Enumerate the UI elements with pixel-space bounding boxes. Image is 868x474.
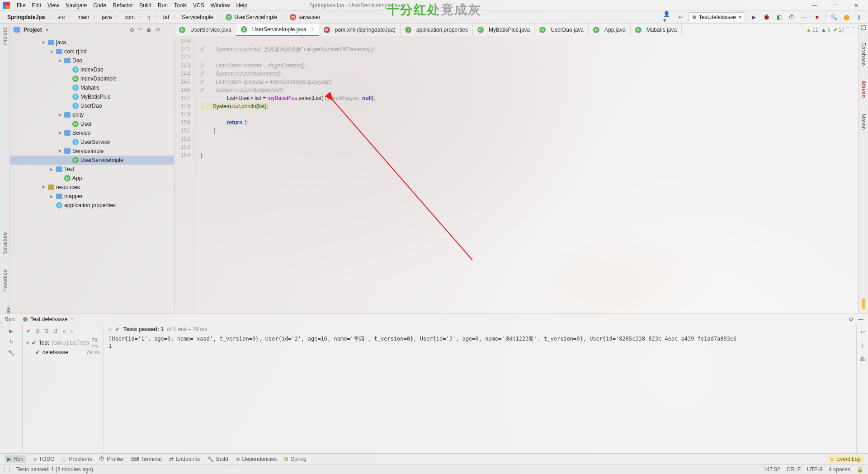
- menu-build[interactable]: Build: [136, 1, 155, 9]
- bottom-tab-run[interactable]: ▶Run: [5, 455, 26, 463]
- sort-icon[interactable]: ⇅: [44, 328, 49, 334]
- status-indicator-icon[interactable]: [5, 467, 10, 472]
- run-config-selector[interactable]: Test.deletsssse ▾: [689, 12, 745, 22]
- breadcrumb-seg[interactable]: msavauser: [287, 13, 323, 21]
- select-opened-icon[interactable]: ⊕: [130, 27, 134, 33]
- maximize-button[interactable]: □: [829, 2, 842, 9]
- bottom-tab-dependencies[interactable]: ≋Dependencies: [236, 456, 277, 462]
- menu-run[interactable]: Run: [155, 1, 171, 9]
- editor-tab[interactable]: CMyBatisPlus.java: [473, 24, 535, 36]
- hide-icon[interactable]: —: [165, 27, 170, 33]
- plugin-icon[interactable]: ⟫: [854, 13, 863, 22]
- tree-node[interactable]: Iapplication.properties: [10, 201, 174, 210]
- tree-node[interactable]: IMabatis: [10, 83, 174, 92]
- tree-node[interactable]: CApp: [10, 174, 174, 183]
- bottom-tab-todo[interactable]: ≡TODO: [33, 456, 54, 462]
- test-row-root[interactable]: ▾✔ Test (com.rj.bd.Test) 79 ms: [23, 337, 104, 349]
- show-passed-icon[interactable]: ✔: [26, 328, 31, 334]
- tree-node[interactable]: IMyBatisPlus: [10, 92, 174, 101]
- editor-tab[interactable]: Mpom.xml (SpringdateJpa): [319, 24, 401, 36]
- breadcrumb-seg[interactable]: CUserServiceImple: [223, 13, 280, 21]
- code-area[interactable]: // System.out.println("当前显示的条数"+all.getN…: [194, 36, 858, 313]
- editor-tab[interactable]: CApp.java: [589, 24, 631, 36]
- scroll-end-icon[interactable]: ⤓: [860, 342, 865, 349]
- right-tab-maven[interactable]: Maven: [859, 78, 868, 100]
- right-tab-database[interactable]: Database: [859, 40, 868, 68]
- bottom-tab-endpoints[interactable]: ⇄Endpoints: [169, 456, 200, 462]
- left-tab-project[interactable]: Project: [1, 25, 9, 47]
- menu-window[interactable]: Window: [208, 1, 233, 9]
- coverage-button[interactable]: ◧: [774, 13, 783, 22]
- tree-node[interactable]: ▾resources: [10, 183, 174, 192]
- bottom-tab-terminal[interactable]: ⌨Terminal: [131, 456, 161, 462]
- editor-tab[interactable]: CUserDao.java: [535, 24, 589, 36]
- tree-node[interactable]: IUserDao: [10, 101, 174, 110]
- breadcrumb-seg[interactable]: com: [122, 13, 137, 21]
- menu-file[interactable]: File: [14, 1, 28, 9]
- editor-tab[interactable]: CUserService.java: [175, 24, 236, 36]
- left-tab-favorites[interactable]: Favorites: [1, 267, 9, 294]
- run-tab[interactable]: Test.deletsssse ×: [19, 315, 77, 323]
- tree-node[interactable]: ▾Dao: [10, 56, 174, 65]
- toggle-auto-icon[interactable]: 🔧: [8, 350, 14, 356]
- menu-edit[interactable]: Edit: [28, 1, 44, 9]
- breadcrumb-seg[interactable]: rj: [145, 13, 153, 21]
- tree-node[interactable]: ▸mapper: [10, 192, 174, 201]
- menu-code[interactable]: Code: [90, 1, 109, 9]
- editor-tab[interactable]: CUserServiceImple.java×: [236, 24, 319, 36]
- expand-icon[interactable]: ≡: [62, 328, 66, 334]
- menu-vcs[interactable]: VCS: [190, 1, 208, 9]
- breadcrumb-seg[interactable]: SpringdateJpa: [5, 13, 47, 21]
- tree-node[interactable]: ▾enity: [10, 110, 174, 119]
- debug-button[interactable]: 🐞: [762, 13, 771, 22]
- print-icon[interactable]: 🖶: [860, 356, 865, 362]
- stop-button[interactable]: ■: [812, 13, 821, 22]
- breadcrumb-seg[interactable]: bd: [160, 13, 172, 21]
- editor[interactable]: 140 141 142 143 144 145 146 147 148 149 …: [175, 36, 858, 313]
- tree-node[interactable]: IindexDao: [10, 65, 174, 74]
- rerun-failed-icon[interactable]: ↻: [9, 339, 14, 345]
- bottom-tab-profiler[interactable]: ⏱Profiler: [99, 456, 124, 462]
- ide-update-icon[interactable]: ⬤: [842, 13, 851, 22]
- tree-node[interactable]: ▾Service: [10, 128, 174, 137]
- bottom-tab-problems[interactable]: ⚠Problems: [61, 456, 92, 462]
- bottom-tab-spring[interactable]: ✿Spring: [284, 456, 307, 462]
- test-row-item[interactable]: ✔ deletsssse 79 ms: [23, 349, 104, 356]
- readonly-lock-icon[interactable]: 🔒: [857, 466, 863, 473]
- editor-tab[interactable]: CMabatis.java: [631, 24, 682, 36]
- menu-view[interactable]: View: [44, 1, 62, 9]
- settings-icon[interactable]: ⚙: [156, 27, 160, 33]
- profile-button[interactable]: ⏱: [787, 13, 796, 22]
- indent-config[interactable]: 4 spaces: [829, 466, 850, 473]
- show-ignored-icon[interactable]: ⊘: [35, 328, 40, 334]
- tree-node[interactable]: CUserServiceImple: [10, 156, 174, 165]
- breadcrumb-seg[interactable]: src: [55, 13, 67, 21]
- collapse-all-icon[interactable]: ≣: [146, 27, 151, 33]
- user-icon[interactable]: 👤▾: [663, 13, 672, 22]
- run-button[interactable]: ▶: [749, 13, 758, 22]
- back-icon[interactable]: ↩: [676, 13, 685, 22]
- rerun-icon[interactable]: ▶: [9, 328, 13, 334]
- close-button[interactable]: ✕: [850, 2, 863, 9]
- tree-node[interactable]: CUser: [10, 119, 174, 128]
- breadcrumb-seg[interactable]: java: [99, 13, 114, 21]
- menu-navigate[interactable]: Navigate: [62, 1, 90, 9]
- tree-node[interactable]: IUserService: [10, 137, 174, 147]
- inspection-box-icon[interactable]: [861, 25, 866, 30]
- attach-button[interactable]: ⋯: [800, 13, 809, 22]
- run-settings-icon[interactable]: ⚙: [849, 316, 854, 322]
- tree-node[interactable]: ▾java: [10, 38, 174, 47]
- file-encoding[interactable]: UTF-8: [807, 466, 822, 473]
- menu-tools[interactable]: Tools: [171, 1, 190, 9]
- tree-node[interactable]: ▸Test: [10, 165, 174, 174]
- breadcrumb-seg[interactable]: ServiceImple: [179, 13, 216, 21]
- left-tab-structure[interactable]: Structure: [1, 229, 9, 257]
- tree-node[interactable]: CindexDaoImple: [10, 74, 174, 83]
- caret-position[interactable]: 147:32: [764, 466, 780, 473]
- expand-all-icon[interactable]: ≡: [139, 27, 142, 33]
- tree-node[interactable]: ▾com.rj.bd: [10, 47, 174, 56]
- console-output[interactable]: [User{id='1', age=0, name='xasd', t_vers…: [104, 333, 856, 453]
- menu-help[interactable]: Help: [233, 1, 250, 9]
- breadcrumb-seg[interactable]: main: [75, 13, 92, 21]
- event-log-button[interactable]: ●Event Log: [828, 455, 863, 463]
